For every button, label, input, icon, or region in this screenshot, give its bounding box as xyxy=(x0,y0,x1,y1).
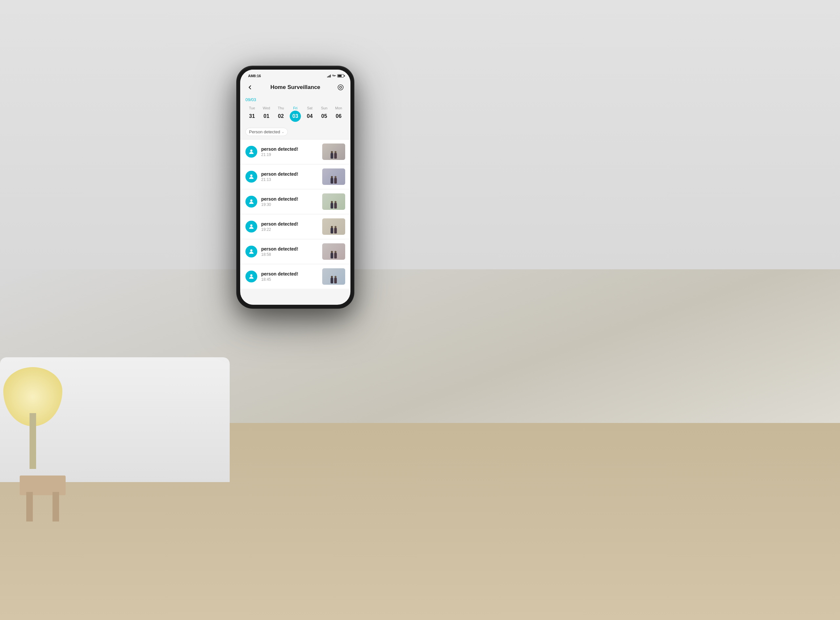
event-thumbnail xyxy=(322,218,345,235)
filter-bar: Person detected ⌄ xyxy=(240,125,350,140)
event-info: person detected! 19:22 xyxy=(261,221,318,232)
event-time: 19:30 xyxy=(261,202,318,207)
event-thumbnail xyxy=(322,243,345,260)
battery-icon xyxy=(338,74,344,77)
day-label: Wed xyxy=(263,106,270,110)
calendar-day-03[interactable]: Fri 03 xyxy=(289,106,302,122)
app-header: Home Surveillance xyxy=(240,80,350,95)
event-icon xyxy=(245,196,257,208)
bg-lamp-base xyxy=(30,413,36,469)
event-thumbnail xyxy=(322,143,345,160)
day-label: Mon xyxy=(335,106,342,110)
svg-point-7 xyxy=(250,274,253,277)
event-icon xyxy=(245,245,257,257)
event-thumbnail xyxy=(322,268,345,285)
bg-table-leg2 xyxy=(52,492,59,522)
event-time: 18:58 xyxy=(261,252,318,257)
bg-wall xyxy=(0,0,840,269)
event-time: 19:22 xyxy=(261,227,318,232)
bg-table-leg xyxy=(26,492,33,522)
back-button[interactable] xyxy=(245,83,255,92)
filter-label: Person detected xyxy=(249,129,280,134)
wifi-icon xyxy=(332,74,336,78)
event-title: person detected! xyxy=(261,271,318,277)
event-item[interactable]: person detected! 21:13 xyxy=(240,164,350,189)
event-time: 21:13 xyxy=(261,177,318,182)
calendar-day-05[interactable]: Sun 05 xyxy=(318,106,331,122)
day-label: Fri xyxy=(293,106,298,110)
phone-container: AM8:16 xyxy=(236,66,354,308)
header-title: Home Surveillance xyxy=(270,84,320,91)
calendar-day-04[interactable]: Sat 04 xyxy=(303,106,316,122)
svg-point-2 xyxy=(250,149,253,152)
svg-point-5 xyxy=(250,224,253,227)
calendar-day-02[interactable]: Thu 02 xyxy=(274,106,287,122)
event-thumbnail xyxy=(322,193,345,210)
event-time: 18:45 xyxy=(261,277,318,282)
day-number: 01 xyxy=(261,111,272,122)
day-number: 03 xyxy=(290,111,301,122)
event-info: person detected! 18:58 xyxy=(261,246,318,257)
svg-point-6 xyxy=(250,249,253,251)
phone-screen: AM8:16 xyxy=(240,70,350,305)
day-number: 04 xyxy=(304,111,315,122)
event-item[interactable]: person detected! 19:22 xyxy=(240,214,350,239)
day-label: Sat xyxy=(307,106,313,110)
svg-point-0 xyxy=(338,85,343,90)
event-title: person detected! xyxy=(261,196,318,202)
svg-point-1 xyxy=(340,86,342,88)
event-title: person detected! xyxy=(261,246,318,251)
signal-bars-icon xyxy=(327,74,331,77)
bg-lamp xyxy=(0,367,66,482)
event-info: person detected! 19:30 xyxy=(261,196,318,207)
event-thumbnail xyxy=(322,169,345,185)
day-label: Tue xyxy=(249,106,255,110)
event-title: person detected! xyxy=(261,146,318,152)
event-icon xyxy=(245,271,257,282)
event-info: person detected! 21:13 xyxy=(261,172,318,182)
day-number: 31 xyxy=(246,111,258,122)
day-number: 05 xyxy=(319,111,330,122)
date-section: 09/03 Tue 31 Wed 01 Thu 02 Fri 03 Sat 04… xyxy=(240,95,350,125)
event-item[interactable]: person detected! 19:30 xyxy=(240,190,350,214)
calendar-strip: Tue 31 Wed 01 Thu 02 Fri 03 Sat 04 Sun 0… xyxy=(245,105,345,123)
settings-button[interactable] xyxy=(336,83,345,92)
event-item[interactable]: person detected! 18:45 xyxy=(240,264,350,289)
day-number: 02 xyxy=(275,111,286,122)
svg-point-3 xyxy=(250,175,253,177)
event-title: person detected! xyxy=(261,221,318,227)
day-number: 06 xyxy=(333,111,344,122)
background xyxy=(0,0,840,620)
day-label: Sun xyxy=(321,106,327,110)
calendar-day-31[interactable]: Tue 31 xyxy=(245,106,259,122)
event-time: 21:19 xyxy=(261,152,318,157)
current-date: 09/03 xyxy=(245,97,345,102)
phone-device: AM8:16 xyxy=(236,66,354,308)
events-list: person detected! 21:19 xyxy=(240,140,350,289)
event-info: person detected! 21:19 xyxy=(261,146,318,157)
status-time: AM8:16 xyxy=(248,74,261,78)
event-item[interactable]: person detected! 21:19 xyxy=(240,140,350,164)
event-icon xyxy=(245,221,257,233)
calendar-day-01[interactable]: Wed 01 xyxy=(260,106,273,122)
day-label: Thu xyxy=(278,106,284,110)
event-item[interactable]: person detected! 18:58 xyxy=(240,239,350,264)
event-title: person detected! xyxy=(261,172,318,177)
filter-button[interactable]: Person detected ⌄ xyxy=(245,128,288,136)
svg-point-4 xyxy=(250,199,253,202)
filter-arrow-icon: ⌄ xyxy=(282,130,284,134)
event-info: person detected! 18:45 xyxy=(261,271,318,282)
status-bar: AM8:16 xyxy=(240,70,350,80)
status-icons xyxy=(327,74,344,78)
event-icon xyxy=(245,146,257,158)
event-icon xyxy=(245,171,257,182)
calendar-day-06[interactable]: Mon 06 xyxy=(332,106,345,122)
